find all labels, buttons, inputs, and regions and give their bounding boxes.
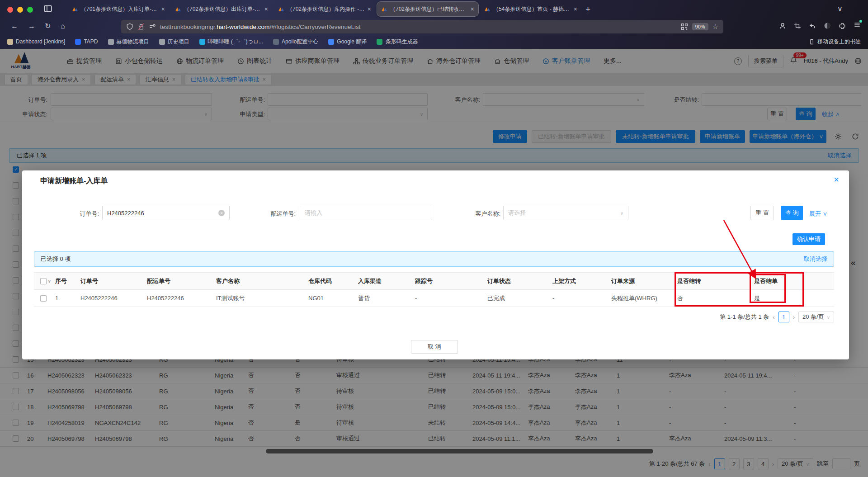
reload-button[interactable]: ↻ bbox=[45, 23, 51, 30]
browser-tab[interactable]: （701条推送信息）入库订单-操作 × bbox=[68, 2, 169, 16]
window-close-button[interactable] bbox=[7, 7, 13, 13]
hart-favicon bbox=[278, 6, 284, 12]
modal-order-input[interactable]: H2405222246 × bbox=[102, 206, 230, 220]
modal-title: 申请新增账单-入库单 bbox=[40, 176, 108, 186]
permissions-icon[interactable] bbox=[149, 23, 156, 30]
confirm-apply-button[interactable]: 确认申请 bbox=[793, 233, 825, 245]
bookmark-favicon bbox=[377, 39, 382, 45]
bookmark-label: 哔哩哔哩 (゜-゜)つロ... bbox=[208, 38, 263, 46]
bookmark-favicon bbox=[7, 39, 13, 45]
phone-icon bbox=[809, 39, 815, 45]
qr-code-icon[interactable] bbox=[681, 23, 688, 30]
modal-header-cell: 序号 bbox=[55, 277, 80, 285]
window-minimize-button[interactable] bbox=[17, 7, 23, 13]
bookmark-star-icon[interactable]: ☆ bbox=[712, 23, 718, 31]
browser-tab-active[interactable]: （702条推送信息）已结转收入新增 × bbox=[377, 2, 478, 16]
browser-chrome: （701条推送信息）入库订单-操作 × （702条推送信息）出库订单-操作 × … bbox=[0, 0, 868, 49]
current-page[interactable]: 1 bbox=[778, 312, 789, 322]
modal-cancel-button[interactable]: 取 消 bbox=[411, 340, 458, 354]
undo-arrow-icon[interactable] bbox=[809, 22, 816, 29]
menu-button[interactable] bbox=[854, 21, 861, 30]
modal-delivery-input[interactable]: 请输入 bbox=[300, 206, 432, 220]
modal-row-cell: 头程推单(WHRG) bbox=[611, 294, 677, 302]
mobile-bookmarks[interactable]: 移动设备上的书签 bbox=[809, 38, 861, 46]
bookmark-favicon bbox=[159, 39, 165, 45]
modal-header-cell: 仓库代码 bbox=[308, 277, 358, 285]
modal-pagination: 第 1-1 条/总共 1 条 ‹ 1 › 20 条/页∨ bbox=[720, 312, 834, 322]
row-checkbox-cell bbox=[34, 295, 55, 302]
tab-close-icon[interactable]: × bbox=[368, 6, 371, 12]
modal-cancel-selection-link[interactable]: 取消选择 bbox=[804, 255, 827, 263]
modal-close-icon[interactable]: × bbox=[834, 175, 839, 184]
account-icon[interactable] bbox=[779, 22, 786, 29]
bookmark-label: TAPD bbox=[84, 38, 98, 45]
toolbar-icons bbox=[779, 21, 861, 30]
chevron-down-icon[interactable]: ∨ bbox=[48, 279, 51, 283]
modal-row-cell: NG01 bbox=[308, 295, 358, 302]
bookmark-list: Dashboard [Jenkins] TAPD 赫德物流项目 历史项目 哔哩哔… bbox=[7, 38, 418, 46]
tab-close-icon[interactable]: × bbox=[161, 6, 165, 12]
bookmark-label: Dashboard [Jenkins] bbox=[16, 38, 65, 45]
bookmark-item[interactable]: Apollo配置中心 bbox=[273, 38, 318, 46]
bookmark-item[interactable]: 条形码生成器 bbox=[377, 38, 418, 46]
screenshot-crop-icon[interactable] bbox=[794, 22, 801, 29]
bookmark-favicon bbox=[199, 39, 205, 45]
next-page-icon[interactable]: › bbox=[793, 314, 795, 321]
modal-header-cell: 上架方式 bbox=[552, 277, 611, 285]
home-button[interactable]: ⌂ bbox=[61, 23, 65, 30]
new-tab-button[interactable]: + bbox=[585, 5, 590, 14]
sidebar-toggle-icon[interactable] bbox=[43, 4, 52, 13]
modal-page-size-select[interactable]: 20 条/页∨ bbox=[798, 312, 834, 322]
annotation-arrow bbox=[700, 216, 791, 288]
zoom-level-badge[interactable]: 90% bbox=[692, 23, 708, 30]
modal-delivery-label: 配运单号: bbox=[259, 210, 296, 218]
forward-button[interactable]: → bbox=[28, 23, 35, 30]
hart-favicon bbox=[175, 6, 181, 12]
bookmark-label: Apollo配置中心 bbox=[282, 38, 318, 46]
tracking-shield-icon[interactable] bbox=[126, 23, 133, 30]
tab-close-icon[interactable]: × bbox=[471, 6, 474, 12]
modal-row-cell: H2405222246 bbox=[147, 295, 216, 302]
tab-close-icon[interactable]: × bbox=[574, 6, 577, 12]
bookmark-item[interactable]: 历史项目 bbox=[159, 38, 189, 46]
modal-row-cell: 1 bbox=[55, 295, 80, 302]
bookmark-item[interactable]: TAPD bbox=[75, 38, 98, 45]
select-all-checkbox[interactable] bbox=[40, 278, 47, 284]
modal-row-cell: 普货 bbox=[358, 294, 415, 302]
bookmark-label: 赫德物流项目 bbox=[117, 38, 149, 46]
modal-expand-link[interactable]: 展开 ∨ bbox=[809, 210, 827, 218]
modal-customer-select[interactable]: 请选择∨ bbox=[503, 206, 628, 220]
modal-row-cell: IT测试账号 bbox=[216, 294, 308, 302]
row-checkbox[interactable] bbox=[40, 295, 47, 302]
url-text: testtrunkbookingmgr.hart-worldwide.com/#… bbox=[160, 24, 677, 30]
clear-input-icon[interactable]: × bbox=[218, 210, 225, 216]
browser-tab[interactable]: （702条推送信息）出库订单-操作 × bbox=[171, 2, 272, 16]
lock-insecure-icon[interactable] bbox=[137, 23, 145, 30]
puzzle-extensions-icon[interactable] bbox=[839, 22, 846, 29]
tab-title: （702条推送信息）出库订单-操作 bbox=[184, 5, 262, 13]
browser-tab[interactable]: （702条推送信息）库内操作 - 赫德 × bbox=[274, 2, 375, 16]
modal-selection-count: 已选择 0 项 bbox=[41, 255, 71, 263]
mobile-bookmarks-label: 移动设备上的书签 bbox=[817, 38, 861, 46]
select-all-cell: ∨ bbox=[34, 278, 55, 284]
bookmark-item[interactable]: 哔哩哔哩 (゜-゜)つロ... bbox=[199, 38, 263, 46]
address-bar[interactable]: testtrunkbookingmgr.hart-worldwide.com/#… bbox=[121, 20, 723, 33]
browser-tab[interactable]: （54条推送信息）首页 - 赫德国际 × bbox=[480, 2, 581, 16]
bookmark-item[interactable]: 赫德物流项目 bbox=[108, 38, 149, 46]
modal-order-value: H2405222246 bbox=[107, 210, 144, 217]
back-button[interactable]: ← bbox=[11, 23, 18, 30]
tab-title: （54条推送信息）首页 - 赫德国际 bbox=[493, 5, 571, 13]
bookmark-favicon bbox=[75, 39, 81, 45]
bookmark-favicon bbox=[328, 39, 334, 45]
bookmark-item[interactable]: Dashboard [Jenkins] bbox=[7, 38, 65, 45]
tab-close-icon[interactable]: × bbox=[264, 6, 268, 12]
hart-favicon bbox=[72, 6, 78, 12]
prev-page-icon[interactable]: ‹ bbox=[773, 314, 774, 321]
modal-order-label: 订单号: bbox=[67, 210, 99, 218]
tab-list-chevron-icon[interactable]: ∨ bbox=[837, 5, 843, 13]
hart-favicon bbox=[484, 6, 491, 12]
window-zoom-button[interactable] bbox=[27, 7, 33, 13]
bookmark-item[interactable]: Google 翻译 bbox=[328, 38, 367, 46]
extension-sphere-icon[interactable] bbox=[824, 22, 831, 29]
modal-header-cell: 订单号 bbox=[80, 277, 147, 285]
